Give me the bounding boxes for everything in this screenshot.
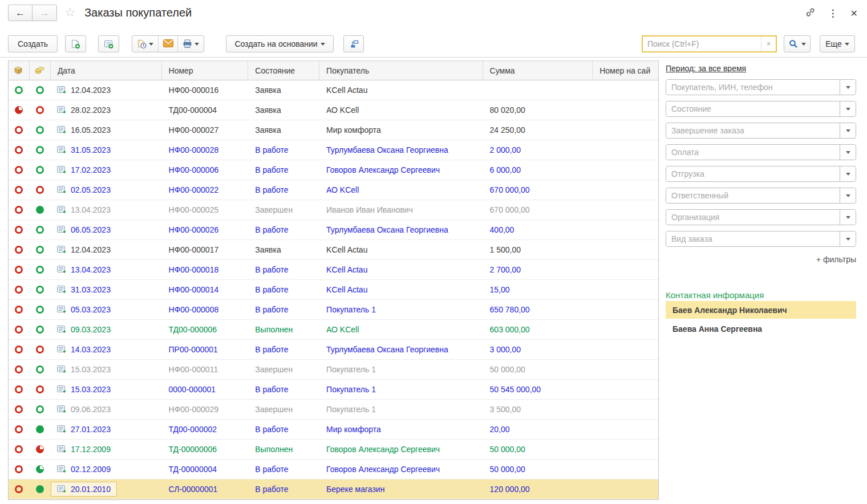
kebab-menu-icon[interactable]: ⋮ (828, 7, 838, 19)
new-form-button[interactable] (98, 35, 119, 52)
search-button[interactable] (784, 35, 811, 52)
filter-dropdown-button[interactable] (840, 231, 856, 246)
add-filters-link[interactable]: + фильтры (666, 255, 856, 264)
table-row[interactable]: 14.03.2023 ПР00-000001 В работе Турлумба… (9, 340, 658, 360)
order-buyer: Покупатель 1 (319, 400, 483, 419)
order-number: НФ00-000028 (162, 140, 249, 160)
table-row[interactable]: 17.02.2023 НФ00-000006 В работе Говоров … (9, 160, 658, 180)
order-number: НФ00-000022 (162, 180, 249, 200)
payment-status-icon (36, 485, 44, 493)
table-row[interactable]: 31.03.2023 НФ00-000014 В работе KCell Ac… (9, 280, 658, 300)
orders-table: Дата Номер Состояние Покупатель Сумма Но… (8, 60, 659, 500)
filter-input[interactable] (666, 166, 840, 181)
order-site-number (593, 400, 658, 419)
more-button[interactable]: Еще (820, 35, 855, 52)
shipment-status-icon (15, 465, 23, 473)
table-row[interactable]: 09.03.2023 ТД00-000006 Выполнен АО KCell… (9, 320, 658, 340)
filter-dropdown-button[interactable] (840, 123, 856, 138)
document-posted-icon (57, 405, 67, 413)
table-row[interactable]: 13.04.2023 НФ00-000018 В работе KCell Ac… (9, 260, 658, 280)
create-based-on-button[interactable]: Создать на основании (226, 35, 334, 52)
filter-input[interactable] (666, 101, 840, 116)
order-amount: 24 250,00 (483, 120, 593, 140)
order-date: 20.01.2010 (71, 485, 111, 494)
column-header-site-number[interactable]: Номер на сай (593, 61, 658, 80)
column-header-state[interactable]: Состояние (248, 61, 319, 80)
column-header-payment[interactable] (30, 61, 51, 80)
column-header-date[interactable]: Дата (51, 61, 162, 80)
table-row[interactable]: 12.04.2023 НФ00-000016 Заявка KCell Acta… (9, 80, 658, 100)
search-clear-icon[interactable]: × (761, 36, 776, 51)
order-number: СЛ-00000001 (162, 479, 249, 499)
filter-input[interactable] (666, 80, 840, 95)
order-amount: 20,00 (483, 420, 593, 439)
payment-status-icon (36, 126, 44, 134)
new-document-button[interactable] (65, 35, 86, 52)
create-button[interactable]: Создать (8, 35, 58, 52)
table-row[interactable]: 15.03.2023 НФ00-000011 Завершен Покупате… (9, 360, 658, 380)
order-date: 09.06.2023 (71, 405, 111, 414)
column-header-shipment[interactable] (9, 61, 30, 80)
shipment-status-icon (15, 106, 23, 114)
filter-input[interactable] (666, 188, 840, 203)
search-input[interactable] (643, 39, 761, 48)
table-row[interactable]: 16.05.2023 НФ00-000027 Заявка Мир комфор… (9, 120, 658, 140)
filter-dropdown-button[interactable] (840, 80, 856, 95)
related-documents-button[interactable] (343, 35, 364, 52)
filter-input[interactable] (666, 210, 840, 225)
shipment-status-icon (15, 86, 23, 94)
order-state: В работе (248, 420, 319, 439)
order-number: ТД-00000004 (162, 460, 249, 479)
table-row[interactable]: 09.06.2023 НФ00-000029 Завершен Покупате… (9, 400, 658, 420)
print-button[interactable] (178, 36, 204, 52)
table-row[interactable]: 28.02.2023 ТД00-000004 Заявка АО KCell 8… (9, 100, 658, 120)
shipment-status-icon (15, 246, 23, 254)
filter-combobox (666, 231, 856, 247)
shipment-status-icon (15, 385, 23, 393)
back-button[interactable]: ← (8, 5, 33, 21)
table-row[interactable]: 31.05.2023 НФ00-000028 В работе Турлумба… (9, 140, 658, 160)
close-icon[interactable]: ✕ (850, 8, 858, 19)
table-row[interactable]: 06.05.2023 НФ00-000026 В работе Турлумба… (9, 220, 658, 240)
favorite-star-icon[interactable]: ☆ (64, 5, 76, 20)
order-site-number (593, 380, 658, 399)
table-row[interactable]: 20.01.2010 СЛ-00000001 В работе Береке м… (9, 479, 658, 499)
contact-item[interactable]: Баева Анна Сергеевна (666, 320, 856, 338)
filter-combobox (666, 123, 856, 139)
send-email-button[interactable] (159, 36, 178, 52)
order-number: ТД-00000006 (162, 440, 249, 459)
link-icon[interactable] (805, 7, 816, 20)
table-row[interactable]: 15.03.2023 0000-000001 В работе Покупате… (9, 380, 658, 400)
filter-dropdown-button[interactable] (840, 101, 856, 116)
filter-dropdown-button[interactable] (840, 145, 856, 160)
table-row[interactable]: 05.03.2023 НФ00-000008 В работе Покупате… (9, 300, 658, 320)
order-site-number (593, 120, 658, 140)
filter-input[interactable] (666, 123, 840, 138)
table-row[interactable]: 02.05.2023 НФ00-000022 В работе АО KCell… (9, 180, 658, 200)
period-link[interactable]: Период: за все время (666, 64, 746, 73)
column-header-amount[interactable]: Сумма (483, 61, 593, 80)
filter-input[interactable] (666, 145, 840, 160)
shipment-status-icon (15, 306, 23, 314)
order-site-number (593, 220, 658, 239)
filter-dropdown-button[interactable] (840, 210, 856, 225)
payment-status-icon (36, 306, 44, 314)
table-row[interactable]: 27.01.2023 ТД00-000002 В работе Мир комф… (9, 420, 658, 440)
contact-item[interactable]: Баев Александр Николаевич (666, 301, 856, 319)
forward-button[interactable]: → (33, 5, 57, 21)
table-row[interactable]: 12.04.2023 НФ00-000017 Заявка KCell Acta… (9, 240, 658, 260)
filter-input[interactable] (666, 231, 840, 246)
order-buyer: Говоров Александр Сергеевич (319, 160, 483, 180)
column-header-number[interactable]: Номер (162, 61, 249, 80)
filter-dropdown-button[interactable] (840, 166, 856, 181)
postpone-document-button[interactable] (132, 36, 159, 52)
document-posted-icon (57, 226, 67, 234)
order-amount: 670 000,00 (483, 180, 593, 200)
table-row[interactable]: 13.04.2023 НФ00-000025 Завершен Иванов И… (9, 200, 658, 220)
filter-dropdown-button[interactable] (840, 188, 856, 203)
column-header-buyer[interactable]: Покупатель (319, 61, 483, 80)
order-state: В работе (248, 260, 319, 279)
table-row[interactable]: 02.12.2009 ТД-00000004 В работе Говоров … (9, 460, 658, 479)
table-row[interactable]: 17.12.2009 ТД-00000006 Выполнен Говоров … (9, 440, 658, 460)
order-site-number (593, 80, 658, 100)
